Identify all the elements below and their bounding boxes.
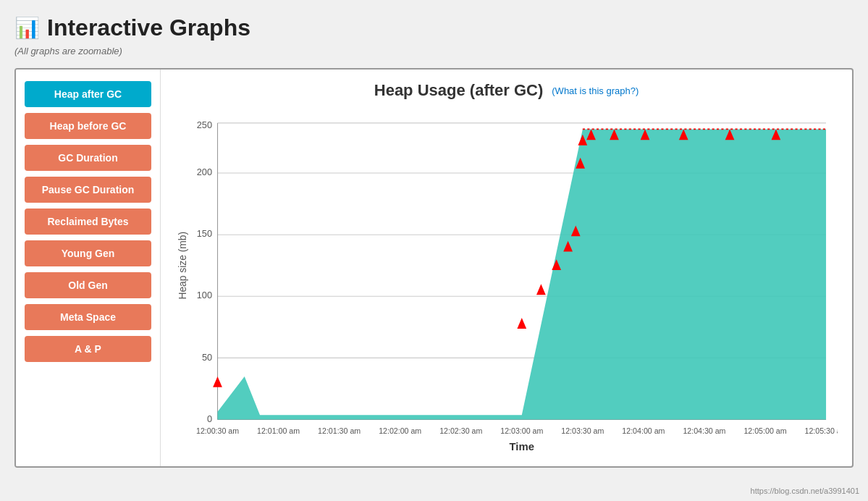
sidebar-btn-heap-after-gc[interactable]: Heap after GC xyxy=(25,81,151,107)
svg-text:100: 100 xyxy=(197,290,212,300)
chart-icon: 📊 xyxy=(14,16,40,40)
chart-title: Heap Usage (after GC) xyxy=(374,81,544,100)
svg-text:12:01:00 am: 12:01:00 am xyxy=(257,426,300,435)
svg-marker-28 xyxy=(213,376,222,387)
svg-text:12:04:30 am: 12:04:30 am xyxy=(683,426,725,435)
sidebar-btn-reclaimed-bytes[interactable]: Reclaimed Bytes xyxy=(25,209,151,235)
main-container: Heap after GCHeap before GCGC DurationPa… xyxy=(14,68,854,468)
svg-text:12:00:30 am: 12:00:30 am xyxy=(196,426,239,435)
sidebar: Heap after GCHeap before GCGC DurationPa… xyxy=(16,70,161,466)
svg-marker-30 xyxy=(536,284,546,295)
svg-text:0: 0 xyxy=(207,413,212,424)
svg-text:12:02:30 am: 12:02:30 am xyxy=(439,426,482,435)
svg-text:Heap size (mb): Heap size (mb) xyxy=(177,232,188,300)
sidebar-btn-young-gen[interactable]: Young Gen xyxy=(25,240,151,266)
sidebar-btn-heap-before-gc[interactable]: Heap before GC xyxy=(25,113,151,139)
page-title: Interactive Graphs xyxy=(47,14,250,41)
chart-link[interactable]: (What is this graph?) xyxy=(552,85,639,96)
svg-text:12:02:00 am: 12:02:00 am xyxy=(379,426,421,435)
svg-text:250: 250 xyxy=(197,119,212,130)
sidebar-btn-meta-space[interactable]: Meta Space xyxy=(25,304,151,330)
svg-text:50: 50 xyxy=(202,352,212,363)
subtitle: (All graphs are zoomable) xyxy=(14,46,854,56)
chart-title-row: Heap Usage (after GC) (What is this grap… xyxy=(175,81,838,100)
chart-area: Heap Usage (after GC) (What is this grap… xyxy=(161,70,852,466)
svg-marker-29 xyxy=(517,318,526,329)
svg-text:12:01:30 am: 12:01:30 am xyxy=(318,426,361,435)
sidebar-btn-a-&-p[interactable]: A & P xyxy=(25,336,151,362)
page-header: 📊 Interactive Graphs xyxy=(14,14,854,41)
svg-text:Time: Time xyxy=(510,441,534,452)
svg-text:12:05:00 am: 12:05:00 am xyxy=(743,426,786,435)
sidebar-btn-old-gen[interactable]: Old Gen xyxy=(25,272,151,298)
chart-svg: 0 50 100 150 200 250 Heap size (mb) 12:0… xyxy=(175,107,838,455)
chart-wrapper: 0 50 100 150 200 250 Heap size (mb) 12:0… xyxy=(175,107,838,455)
svg-text:12:03:00 am: 12:03:00 am xyxy=(500,426,543,435)
svg-text:12:04:00 am: 12:04:00 am xyxy=(622,426,665,435)
svg-text:12:05:30 am: 12:05:30 am xyxy=(805,426,838,435)
sidebar-btn-gc-duration[interactable]: GC Duration xyxy=(25,145,151,171)
svg-text:200: 200 xyxy=(197,167,212,177)
sidebar-btn-pause-gc-duration[interactable]: Pause GC Duration xyxy=(25,177,151,203)
svg-text:150: 150 xyxy=(197,228,212,239)
svg-text:12:03:30 am: 12:03:30 am xyxy=(561,426,604,435)
